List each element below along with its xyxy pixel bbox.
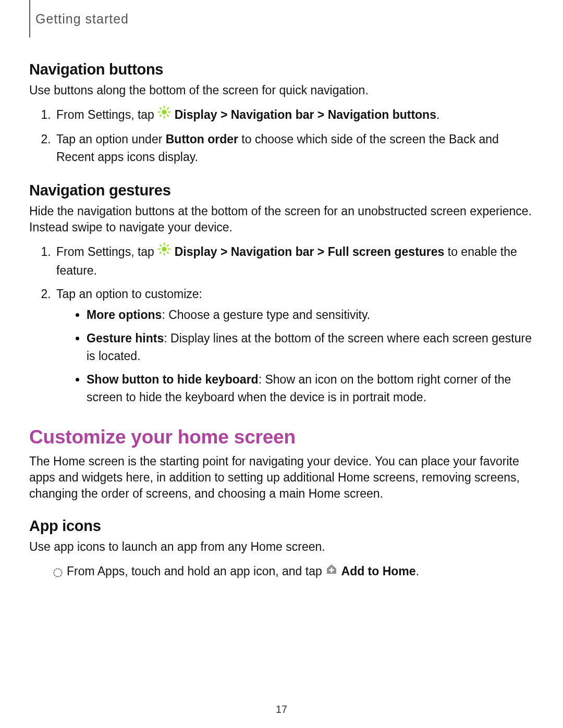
list-item: Tap an option under Button order to choo… — [54, 130, 534, 166]
paragraph: Use app icons to launch an app from any … — [29, 539, 534, 555]
svg-line-6 — [167, 115, 168, 116]
content: Navigation buttons Use buttons along the… — [29, 27, 534, 581]
dotted-ring-icon — [52, 565, 64, 577]
list-item: From Apps, touch and hold an app icon, a… — [29, 562, 534, 581]
text: From Apps, touch and hold an app icon, a… — [67, 564, 325, 578]
text: : Choose a gesture type and sensitivity. — [162, 308, 370, 322]
text: From Settings, tap — [56, 245, 157, 258]
list-item: Show button to hide keyboard: Show an ic… — [87, 371, 534, 406]
text: From Settings, tap — [56, 108, 157, 121]
text: . — [436, 108, 439, 121]
page-number: 17 — [0, 704, 563, 715]
bold-text: Display > Navigation bar > Full screen g… — [175, 245, 445, 258]
svg-line-5 — [160, 108, 161, 109]
list-item: Tap an option to customize: More options… — [54, 285, 534, 406]
text: Tap an option to customize: — [56, 287, 202, 301]
bold-text: More options — [87, 308, 162, 322]
svg-rect-20 — [329, 569, 334, 571]
svg-line-17 — [167, 245, 168, 246]
svg-line-8 — [167, 108, 168, 109]
list-item: From Settings, tap — [54, 106, 534, 125]
svg-line-16 — [160, 252, 161, 253]
svg-point-18 — [54, 569, 62, 576]
breadcrumb: Getting started — [29, 0, 534, 27]
svg-line-14 — [160, 245, 161, 246]
add-to-home-icon — [325, 562, 338, 581]
list-item: More options: Choose a gesture type and … — [87, 306, 534, 324]
heading-app-icons: App icons — [29, 517, 534, 535]
ordered-list: From Settings, tap — [29, 106, 534, 166]
brightness-icon — [157, 242, 171, 261]
bold-text: Gesture hints — [87, 331, 164, 345]
svg-line-15 — [167, 252, 168, 253]
svg-point-9 — [162, 246, 167, 251]
heading-navigation-buttons: Navigation buttons — [29, 61, 534, 78]
svg-point-0 — [162, 110, 167, 115]
unordered-list: More options: Choose a gesture type and … — [56, 306, 534, 406]
heading-navigation-gestures: Navigation gestures — [29, 182, 534, 199]
text: Tap an option under — [56, 132, 166, 146]
bold-text: Display > Navigation bar > Navigation bu… — [175, 108, 436, 121]
document-page: Getting started Navigation buttons Use b… — [0, 0, 563, 728]
paragraph: Use buttons along the bottom of the scre… — [29, 82, 534, 98]
heading-customize-home-screen: Customize your home screen — [29, 426, 534, 448]
ordered-list: From Settings, tap — [29, 243, 534, 406]
header-rule — [29, 0, 30, 38]
brightness-icon — [157, 105, 171, 124]
paragraph: The Home screen is the starting point fo… — [29, 453, 534, 502]
svg-line-7 — [160, 115, 161, 116]
list-item: From Settings, tap — [54, 243, 534, 280]
bold-text: Button order — [166, 132, 238, 146]
paragraph: Hide the navigation buttons at the botto… — [29, 203, 534, 236]
text: . — [416, 564, 419, 578]
bold-text: Add to Home — [341, 564, 416, 578]
bold-text: Show button to hide keyboard — [87, 373, 259, 386]
list-item: Gesture hints: Display lines at the bott… — [87, 329, 534, 365]
